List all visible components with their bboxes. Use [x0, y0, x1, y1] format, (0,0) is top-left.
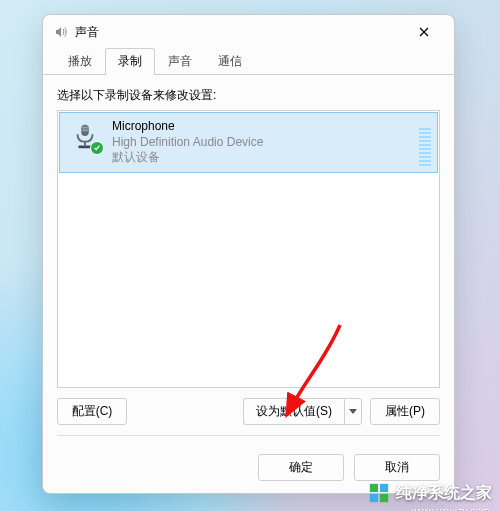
configure-button[interactable]: 配置(C): [57, 398, 127, 425]
microphone-icon: [68, 119, 102, 153]
device-list[interactable]: Microphone High Definition Audio Device …: [57, 110, 440, 388]
svg-rect-7: [370, 494, 378, 502]
device-name: Microphone: [112, 119, 263, 135]
tab-sounds[interactable]: 声音: [155, 48, 205, 75]
svg-rect-2: [82, 129, 88, 131]
set-default-button[interactable]: 设为默认值(S): [243, 398, 344, 425]
watermark-logo-icon: [368, 482, 390, 504]
set-default-dropdown[interactable]: [344, 398, 362, 425]
device-list-item[interactable]: Microphone High Definition Audio Device …: [59, 112, 438, 173]
window-title: 声音: [75, 24, 99, 41]
default-check-icon: [90, 141, 104, 155]
tabstrip: 播放 录制 声音 通信: [43, 49, 454, 75]
properties-button[interactable]: 属性(P): [370, 398, 440, 425]
cancel-button[interactable]: 取消: [354, 454, 440, 481]
recording-panel: 选择以下录制设备来修改设置:: [43, 75, 454, 444]
device-status: 默认设备: [112, 150, 263, 166]
svg-rect-1: [82, 127, 88, 129]
svg-rect-5: [370, 484, 378, 492]
watermark-url: www.ycwjzy.com: [412, 506, 490, 511]
svg-rect-3: [84, 142, 86, 146]
divider: [57, 435, 440, 436]
panel-prompt: 选择以下录制设备来修改设置:: [57, 87, 440, 104]
svg-rect-8: [380, 494, 388, 502]
tab-playback[interactable]: 播放: [55, 48, 105, 75]
panel-button-row: 配置(C) 设为默认值(S) 属性(P): [57, 398, 440, 425]
watermark: 纯净系统之家: [368, 482, 492, 504]
ok-button[interactable]: 确定: [258, 454, 344, 481]
close-button[interactable]: [404, 17, 444, 47]
titlebar: 声音: [43, 15, 454, 49]
sound-dialog: 声音 播放 录制 声音 通信 选择以下录制设备来修改设置:: [42, 14, 455, 494]
device-text: Microphone High Definition Audio Device …: [112, 119, 263, 166]
watermark-text: 纯净系统之家: [396, 483, 492, 504]
tab-communications[interactable]: 通信: [205, 48, 255, 75]
set-default-split-button[interactable]: 设为默认值(S): [243, 398, 362, 425]
tab-recording[interactable]: 录制: [105, 48, 155, 75]
level-meter: [419, 119, 431, 166]
svg-rect-6: [380, 484, 388, 492]
sound-icon: [53, 24, 69, 40]
device-subtitle: High Definition Audio Device: [112, 135, 263, 151]
